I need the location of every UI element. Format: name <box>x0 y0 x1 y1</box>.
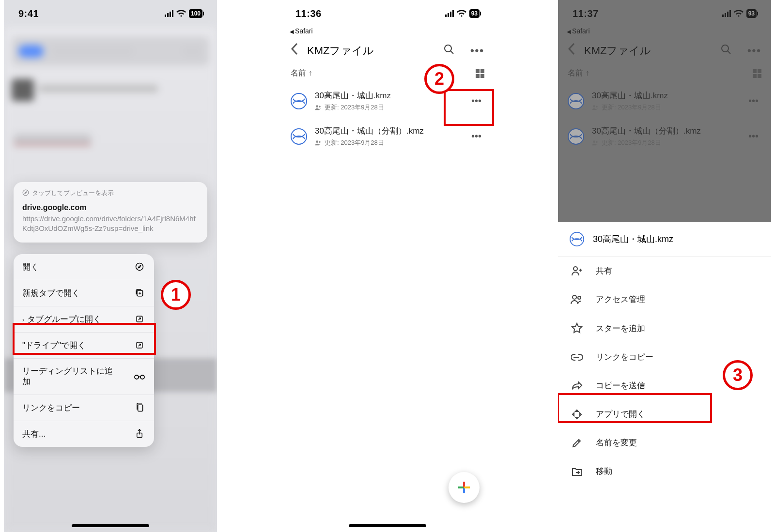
battery-icon: 93 <box>469 9 480 18</box>
svg-rect-21 <box>464 486 470 488</box>
menu-share[interactable]: 共有... <box>14 421 154 447</box>
signal-icon <box>445 10 454 17</box>
svg-marker-3 <box>139 266 141 268</box>
sheet-header: 30高尾山・城山.kmz <box>558 222 771 257</box>
svg-point-7 <box>135 375 139 379</box>
svg-point-14 <box>319 106 321 108</box>
earth-file-icon <box>570 232 584 246</box>
svg-point-30 <box>574 267 577 271</box>
glasses-icon <box>134 373 145 380</box>
highlight-box-2 <box>444 89 494 126</box>
home-indicator <box>349 524 426 527</box>
status-time: 9:41 <box>18 8 39 19</box>
signal-icon <box>165 10 173 17</box>
home-indicator <box>72 524 149 527</box>
people-icon <box>571 294 583 305</box>
file-name: 30高尾山・城山.kmz <box>315 90 391 101</box>
preview-title: drive.google.com <box>22 203 199 212</box>
svg-marker-1 <box>25 191 27 194</box>
link-preview-card[interactable]: タップしてプレビューを表示 drive.google.com https://d… <box>14 182 207 243</box>
callout-3: 3 <box>723 360 753 390</box>
screen-2-google-drive-list: 11:36 93 Safari KMZファイル ••• 名前 ↑ 30高尾山・城… <box>281 0 494 532</box>
status-bar: 11:36 93 <box>281 0 494 27</box>
wifi-icon <box>176 10 186 17</box>
forward-arrow-icon <box>571 381 583 391</box>
wifi-icon <box>457 10 466 17</box>
file-name: 30高尾山・城山（分割）.kmz <box>315 125 424 137</box>
status-bar: 9:41 100 <box>4 0 217 27</box>
link-icon <box>571 354 583 361</box>
move-folder-icon <box>571 467 583 476</box>
battery-icon: 100 <box>189 9 202 18</box>
share-icon <box>134 428 145 439</box>
compass-icon <box>134 262 145 272</box>
search-icon[interactable] <box>443 44 455 58</box>
menu-new-tab[interactable]: 新規タブで開く <box>14 280 154 306</box>
compass-icon <box>22 189 29 198</box>
preview-url: https://drive.google.com/drive/folders/1… <box>22 214 199 234</box>
callout-1: 1 <box>161 280 191 310</box>
earth-file-icon <box>291 128 307 145</box>
svg-rect-9 <box>138 405 143 411</box>
pencil-icon <box>571 438 583 448</box>
svg-point-17 <box>319 141 321 143</box>
fab-new[interactable]: + <box>449 472 480 503</box>
file-sub: 更新: 2023年9月28日 <box>315 138 424 147</box>
sheet-add-star[interactable]: スターを追加 <box>558 314 771 343</box>
sheet-manage-access[interactable]: アクセス管理 <box>558 285 771 314</box>
sheet-rename[interactable]: 名前を変更 <box>558 428 771 457</box>
earth-file-icon <box>291 93 307 109</box>
file-more-icon[interactable]: ••• <box>468 131 484 142</box>
sort-row[interactable]: 名前 ↑ <box>281 66 494 83</box>
svg-point-13 <box>316 105 318 107</box>
screen-1-safari-context-menu: 9:41 100 タップしてプレビューを表示 dri <box>4 0 217 532</box>
svg-point-16 <box>316 140 318 143</box>
svg-point-31 <box>573 295 576 299</box>
grid-view-icon[interactable] <box>476 69 484 78</box>
svg-point-0 <box>23 190 29 196</box>
open-external-icon <box>134 315 145 323</box>
sheet-move[interactable]: 移動 <box>558 457 771 486</box>
star-icon <box>571 322 583 334</box>
back-to-safari[interactable]: Safari <box>281 27 494 38</box>
back-icon[interactable] <box>291 43 298 59</box>
status-time: 11:36 <box>295 8 322 19</box>
plus-square-icon <box>134 288 145 298</box>
preview-hint: タップしてプレビューを表示 <box>22 189 199 198</box>
screen-3-google-drive-sheet: 11:37 93 Safari KMZファイル ••• 名前 ↑ <box>558 0 771 532</box>
more-icon[interactable]: ••• <box>470 45 484 57</box>
menu-reading-list[interactable]: リーディングリストに追加 <box>14 359 154 395</box>
callout-2: 2 <box>424 64 454 94</box>
sheet-title: 30高尾山・城山.kmz <box>593 233 673 245</box>
folder-title: KMZファイル <box>307 44 434 58</box>
highlight-box-1 <box>13 323 156 355</box>
svg-point-11 <box>445 45 451 52</box>
copy-doc-icon <box>134 402 145 413</box>
svg-point-8 <box>140 375 144 379</box>
menu-copy-link[interactable]: リンクをコピー <box>14 395 154 421</box>
sheet-share[interactable]: 共有 <box>558 257 771 285</box>
drive-header: KMZファイル ••• <box>281 38 494 66</box>
file-sub: 更新: 2023年9月28日 <box>315 103 391 112</box>
highlight-box-3 <box>558 393 712 423</box>
person-add-icon <box>571 266 583 276</box>
svg-point-32 <box>578 296 581 299</box>
menu-open[interactable]: 開く <box>14 254 154 280</box>
svg-point-2 <box>136 263 143 271</box>
